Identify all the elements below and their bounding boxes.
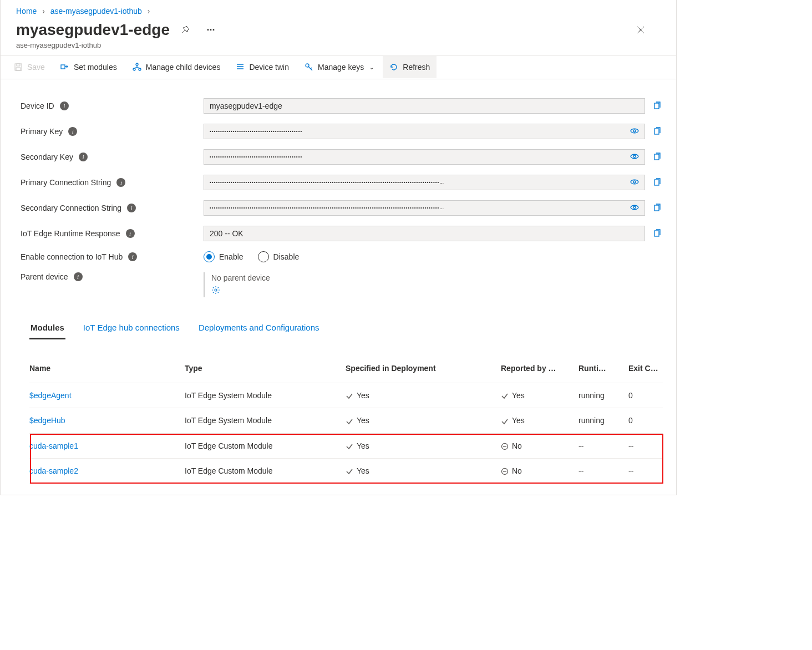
tab-hub-connections[interactable]: IoT Edge hub connections [82,318,181,339]
secondary-key-label: Secondary Key [21,153,73,161]
breadcrumb-home[interactable]: Home [16,7,37,16]
enable-radio-label: Enable [219,252,243,261]
col-name[interactable]: Name [29,364,185,373]
manage-keys-label: Manage keys [318,63,364,72]
eye-icon[interactable] [630,152,639,162]
cell-runtime: running [578,416,628,425]
tab-modules[interactable]: Modules [29,318,65,339]
primary-conn-label: Primary Connection String [21,178,111,187]
cell-exit: -- [628,466,673,475]
col-type[interactable]: Type [185,364,346,373]
device-twin-label: Device twin [249,63,289,72]
cell-type: IoT Edge Custom Module [185,466,346,475]
svg-rect-5 [61,65,65,69]
tab-deployments[interactable]: Deployments and Configurations [197,318,321,339]
minus-circle-icon [501,468,509,475]
check-icon [346,468,353,475]
module-link[interactable]: $edgeHub [29,416,65,425]
check-icon [346,418,353,425]
col-reported[interactable]: Reported by … [501,364,578,373]
refresh-button[interactable]: Refresh [383,56,437,78]
more-icon[interactable]: ··· [201,20,221,40]
cell-runtime: -- [578,466,628,475]
cell-reported: No [501,466,578,475]
chevron-right-icon: › [42,7,45,16]
command-bar: Save Set modules Manage child devices De… [1,55,676,79]
col-exit[interactable]: Exit C… [628,364,673,373]
cell-specified: Yes [346,441,501,450]
copy-icon[interactable] [653,229,663,238]
primary-key-field: ••••••••••••••••••••••••••••••••••••••••… [204,124,645,139]
info-icon[interactable]: i [60,101,69,110]
refresh-label: Refresh [403,63,430,72]
save-button: Save [7,56,52,78]
col-specified[interactable]: Specified in Deployment [346,364,501,373]
cell-specified: Yes [346,466,501,475]
table-row: cuda-sample1IoT Edge Custom ModuleYesNo-… [29,434,663,459]
info-icon[interactable]: i [126,229,135,238]
pin-icon[interactable] [175,20,195,40]
svg-rect-22 [654,231,659,236]
svg-rect-15 [654,129,659,134]
breadcrumb-parent[interactable]: ase-myasegpudev1-iothub [50,7,142,16]
secondary-conn-label: Secondary Connection String [21,204,121,212]
primary-conn-field: ••••••••••••••••••••••••••••••••••••••••… [204,175,645,190]
info-icon[interactable]: i [116,178,125,187]
close-icon[interactable] [631,20,651,40]
cell-specified: Yes [346,391,501,400]
module-link[interactable]: $edgeAgent [29,391,72,400]
svg-rect-3 [17,64,20,66]
enable-conn-label: Enable connection to IoT Hub [21,252,123,261]
col-runtime[interactable]: Runti… [578,364,628,373]
svg-point-20 [633,206,636,209]
page-title: myasegpudev1-edge [16,21,170,39]
copy-icon[interactable] [653,127,663,136]
list-icon [236,63,245,72]
cell-reported: No [501,441,578,450]
gear-icon[interactable] [211,287,220,296]
check-icon [501,418,509,425]
cell-type: IoT Edge System Module [185,391,346,400]
manage-keys-button[interactable]: Manage keys ⌄ [298,56,380,78]
info-icon[interactable]: i [128,252,137,261]
secondary-conn-field: ••••••••••••••••••••••••••••••••••••••••… [204,200,645,216]
svg-point-23 [215,289,217,291]
copy-icon[interactable] [653,153,663,161]
svg-point-18 [633,181,636,183]
cell-reported: Yes [501,416,578,425]
svg-point-14 [633,130,636,132]
set-modules-icon [60,63,69,72]
info-icon[interactable]: i [68,127,77,136]
hierarchy-icon [133,63,141,72]
svg-point-7 [133,68,135,70]
cell-exit: 0 [628,416,673,425]
eye-icon[interactable] [630,203,639,214]
minus-circle-icon [501,443,509,450]
eye-icon[interactable] [630,177,639,188]
cell-exit: 0 [628,391,673,400]
eye-icon[interactable] [630,126,639,137]
svg-rect-13 [654,103,659,109]
device-twin-button[interactable]: Device twin [229,56,296,78]
copy-icon[interactable] [653,178,663,187]
cell-runtime: -- [578,441,628,450]
runtime-response-field: 200 -- OK [204,226,645,241]
manage-child-button[interactable]: Manage child devices [126,56,227,78]
cell-reported: Yes [501,391,578,400]
copy-icon[interactable] [653,204,663,212]
save-label: Save [27,63,45,72]
secondary-key-field: ••••••••••••••••••••••••••••••••••••••••… [204,149,645,165]
cell-type: IoT Edge System Module [185,416,346,425]
module-link[interactable]: cuda-sample1 [29,441,78,450]
set-modules-button[interactable]: Set modules [54,56,124,78]
chevron-right-icon: › [148,7,150,16]
info-icon[interactable]: i [74,272,83,281]
module-link[interactable]: cuda-sample2 [29,466,78,475]
info-icon[interactable]: i [79,153,88,161]
info-icon[interactable]: i [127,204,136,212]
copy-icon[interactable] [653,101,663,110]
disable-radio[interactable]: Disable [258,251,300,262]
primary-key-label: Primary Key [21,127,63,136]
cell-runtime: running [578,391,628,400]
enable-radio[interactable]: Enable [204,251,243,262]
